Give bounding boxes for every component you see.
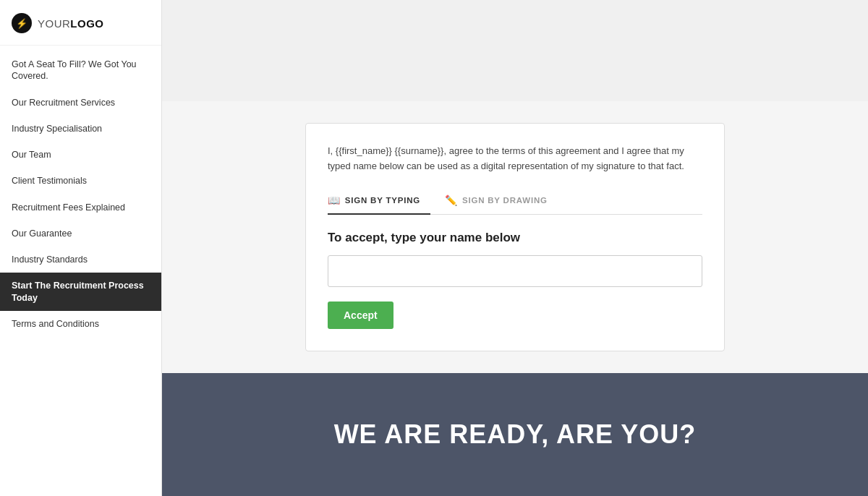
sidebar-item-3[interactable]: Our Team: [0, 142, 161, 168]
main-content: I, {{first_name}} {{surname}}, agree to …: [162, 0, 868, 496]
footer-banner: WE ARE READY, ARE YOU?: [162, 373, 868, 496]
sidebar-item-4[interactable]: Client Testimonials: [0, 168, 161, 194]
sidebar-item-0[interactable]: Got A Seat To Fill? We Got You Covered.: [0, 51, 161, 90]
logo-icon: ⚡: [12, 13, 32, 33]
logo-text: YOURLOGO: [38, 17, 104, 30]
sidebar-item-1[interactable]: Our Recruitment Services: [0, 90, 161, 116]
main-top-banner: [162, 0, 868, 101]
sidebar-item-8[interactable]: Start The Recruitment Process Today: [0, 273, 161, 311]
tab-sign-typing[interactable]: 📖 SIGN BY TYPING: [328, 189, 430, 215]
sidebar-item-5[interactable]: Recruitment Fees Explained: [0, 194, 161, 221]
agreement-text: I, {{first_name}} {{surname}}, agree to …: [328, 144, 702, 174]
sidebar-nav: Got A Seat To Fill? We Got You Covered.O…: [0, 46, 161, 337]
content-area: I, {{first_name}} {{surname}}, agree to …: [162, 101, 868, 373]
tab-sign-drawing[interactable]: ✏️ SIGN BY DRAWING: [445, 189, 558, 215]
tabs-row: 📖 SIGN BY TYPING ✏️ SIGN BY DRAWING: [328, 189, 702, 215]
tab-drawing-label: SIGN BY DRAWING: [462, 196, 548, 205]
sidebar: ⚡ YOURLOGO Got A Seat To Fill? We Got Yo…: [0, 0, 162, 496]
tab-typing-label: SIGN BY TYPING: [345, 196, 420, 205]
logo-area: ⚡ YOURLOGO: [0, 0, 161, 46]
sidebar-item-9[interactable]: Terms and Conditions: [0, 311, 161, 337]
accept-label: To accept, type your name below: [328, 231, 702, 245]
pencil-icon: ✏️: [445, 194, 458, 206]
sidebar-item-6[interactable]: Our Guarantee: [0, 221, 161, 247]
name-input[interactable]: [328, 255, 702, 287]
sidebar-item-7[interactable]: Industry Standards: [0, 247, 161, 273]
accept-button[interactable]: Accept: [328, 302, 393, 329]
signature-card: I, {{first_name}} {{surname}}, agree to …: [305, 123, 725, 351]
book-icon: 📖: [328, 194, 341, 206]
sidebar-item-2[interactable]: Industry Specialisation: [0, 116, 161, 142]
footer-text: WE ARE READY, ARE YOU?: [334, 419, 697, 450]
